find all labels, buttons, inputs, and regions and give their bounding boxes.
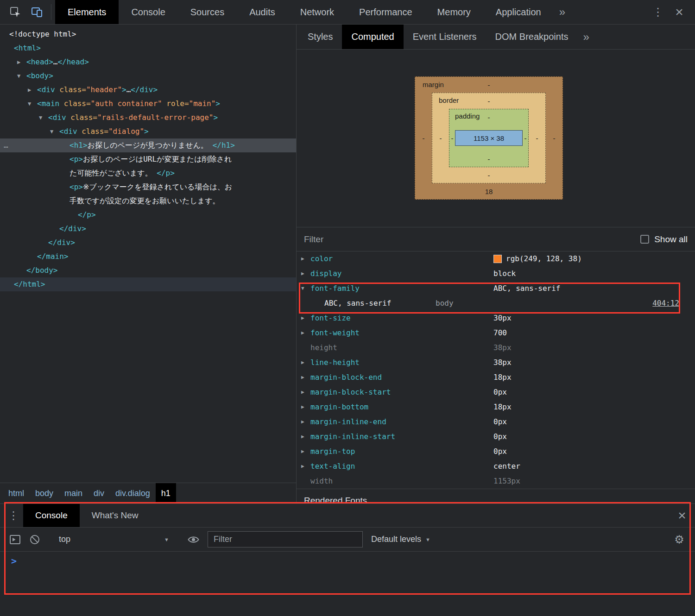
margin-left-value[interactable]: -: [415, 93, 432, 183]
computed-row-margin-top[interactable]: ▶margin-top0px: [297, 444, 695, 459]
console-sidebar-icon[interactable]: [6, 534, 25, 545]
tree-line[interactable]: </main>: [0, 250, 297, 264]
disclosure-open-icon[interactable]: ▼: [39, 111, 42, 125]
tree-line[interactable]: </html>: [0, 277, 297, 291]
drawer-tab-what-s-new[interactable]: What's New: [80, 504, 151, 527]
drawer-menu-icon[interactable]: ⋮: [4, 504, 23, 527]
disclosure-open-icon[interactable]: ▼: [50, 125, 53, 138]
live-expression-icon[interactable]: [183, 534, 203, 545]
tab-performance[interactable]: Performance: [347, 0, 425, 24]
margin-box[interactable]: margin - - - 18 border - - - - padding -…: [415, 76, 563, 200]
computed-row-font-size[interactable]: ▶font-size30px: [297, 311, 695, 326]
tab-application[interactable]: Application: [483, 0, 554, 24]
tree-line[interactable]: ▶<div class="header">…</div>: [0, 83, 297, 97]
tree-line[interactable]: た可能性がございます。 </p>: [0, 166, 297, 180]
border-bottom-value[interactable]: -: [449, 167, 529, 183]
tab-memory[interactable]: Memory: [425, 0, 483, 24]
computed-row-display[interactable]: ▶displayblock: [297, 266, 695, 281]
computed-row-margin-block-end[interactable]: ▶margin-block-end18px: [297, 370, 695, 385]
console-input-area[interactable]: >: [0, 552, 695, 594]
device-toolbar-icon[interactable]: [26, 0, 47, 24]
tree-line[interactable]: <html>: [0, 41, 297, 55]
computed-row-margin-inline-end[interactable]: ▶margin-inline-end0px: [297, 415, 695, 429]
disclosure-closed-icon[interactable]: ▶: [17, 55, 20, 69]
disclosure-closed-icon[interactable]: ▶: [301, 311, 304, 326]
tab-audits[interactable]: Audits: [237, 0, 288, 24]
breadcrumb-item-main[interactable]: main: [59, 483, 88, 503]
disclosure-closed-icon[interactable]: ▶: [301, 355, 304, 370]
source-link[interactable]: 404:12: [652, 296, 679, 311]
margin-top-value[interactable]: -: [432, 77, 546, 93]
disclosure-closed-icon[interactable]: ▶: [301, 429, 304, 444]
computed-row-height[interactable]: height38px: [297, 340, 695, 355]
border-right-value[interactable]: -: [529, 109, 545, 167]
border-box[interactable]: border - - - - padding - - - - 1153 × 38: [432, 93, 546, 183]
tree-line[interactable]: …<h1>お探しのページが見つかりません。 </h1>: [0, 138, 297, 152]
tree-line[interactable]: <!doctype html>: [0, 27, 297, 41]
default-levels-dropdown[interactable]: Default levels ▼: [363, 534, 439, 544]
tree-line[interactable]: </div>: [0, 236, 297, 250]
drawer-tab-console[interactable]: Console: [23, 504, 80, 527]
drawer-close-icon[interactable]: ×: [669, 504, 695, 527]
computed-row-text-align[interactable]: ▶text-aligncenter: [297, 459, 695, 474]
disclosure-closed-icon[interactable]: ▶: [301, 251, 304, 266]
tree-line[interactable]: </body>: [0, 264, 297, 277]
sidebar-tab-styles[interactable]: Styles: [298, 25, 342, 49]
breadcrumb-item-h1[interactable]: h1: [156, 483, 176, 503]
disclosure-open-icon[interactable]: ▼: [17, 69, 20, 83]
breadcrumb-item-div-dialog[interactable]: div.dialog: [110, 483, 156, 503]
padding-right-value[interactable]: -: [523, 125, 528, 151]
show-all-checkbox[interactable]: [640, 235, 649, 244]
tree-line[interactable]: <p>※ブックマークを登録されている場合は、お: [0, 180, 297, 194]
disclosure-closed-icon[interactable]: ▶: [301, 266, 304, 281]
tree-line[interactable]: </p>: [0, 208, 297, 222]
padding-bottom-value[interactable]: -: [455, 151, 523, 167]
disclosure-closed-icon[interactable]: ▶: [301, 459, 304, 474]
tab-sources[interactable]: Sources: [178, 0, 237, 24]
sidebar-more-tabs-icon[interactable]: »: [577, 25, 594, 49]
disclosure-closed-icon[interactable]: ▶: [301, 326, 304, 340]
disclosure-closed-icon[interactable]: ▶: [301, 385, 304, 400]
border-left-value[interactable]: -: [432, 109, 449, 167]
computed-row-margin-inline-start[interactable]: ▶margin-inline-start0px: [297, 429, 695, 444]
tree-line[interactable]: ▼<main class="auth container" role="main…: [0, 97, 297, 111]
computed-row-width[interactable]: width1153px: [297, 474, 695, 489]
disclosure-open-icon[interactable]: ▼: [28, 97, 31, 111]
computed-row-font-family[interactable]: ▼font-familyABC, sans-serif: [297, 281, 695, 296]
computed-row-margin-block-start[interactable]: ▶margin-block-start0px: [297, 385, 695, 400]
tree-line[interactable]: </div>: [0, 222, 297, 236]
disclosure-closed-icon[interactable]: ▶: [301, 415, 304, 429]
clear-console-icon[interactable]: [25, 534, 44, 545]
sidebar-tab-computed[interactable]: Computed: [342, 25, 403, 49]
more-tabs-icon[interactable]: »: [554, 0, 571, 24]
disclosure-open-icon[interactable]: ▼: [301, 281, 304, 296]
border-top-value[interactable]: -: [449, 93, 529, 109]
margin-right-value[interactable]: -: [546, 93, 562, 183]
computed-row-margin-bottom[interactable]: ▶margin-bottom18px: [297, 400, 695, 415]
tab-elements[interactable]: Elements: [55, 0, 119, 24]
breadcrumb-item-div[interactable]: div: [88, 483, 110, 503]
sidebar-tab-event-listeners[interactable]: Event Listeners: [404, 25, 486, 49]
breadcrumb-item-body[interactable]: body: [30, 483, 59, 503]
computed-filter-input[interactable]: [304, 234, 640, 245]
tab-network[interactable]: Network: [288, 0, 347, 24]
console-filter-input[interactable]: [208, 531, 363, 547]
execution-context-selector[interactable]: top ▼: [52, 534, 176, 544]
disclosure-closed-icon[interactable]: ▶: [28, 83, 31, 97]
tree-line[interactable]: ▼<div class="rails-default-error-page">: [0, 111, 297, 125]
disclosure-closed-icon[interactable]: ▶: [301, 370, 304, 385]
main-menu-icon[interactable]: ⋮: [650, 6, 666, 19]
tab-console[interactable]: Console: [119, 0, 177, 24]
tree-line[interactable]: 手数ですが設定の変更をお願いいたします。: [0, 194, 297, 208]
console-settings-icon[interactable]: ⚙: [669, 533, 689, 546]
content-box[interactable]: 1153 × 38: [455, 130, 523, 146]
computed-row-color[interactable]: ▶colorrgb(249, 128, 38): [297, 251, 695, 266]
sidebar-tab-dom-breakpoints[interactable]: DOM Breakpoints: [486, 25, 578, 49]
padding-left-value[interactable]: -: [449, 125, 455, 151]
tree-line[interactable]: ▶<head>…</head>: [0, 55, 297, 69]
disclosure-closed-icon[interactable]: ▶: [301, 400, 304, 415]
tree-line[interactable]: ▼<div class="dialog">: [0, 125, 297, 138]
disclosure-closed-icon[interactable]: ▶: [301, 444, 304, 459]
tree-line[interactable]: ▼<body>: [0, 69, 297, 83]
inspect-element-icon[interactable]: [5, 0, 26, 24]
